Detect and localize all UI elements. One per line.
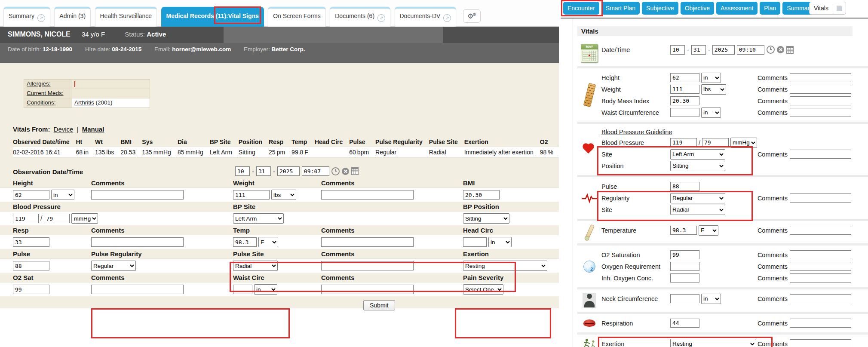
enc-pulse-input[interactable]	[670, 182, 699, 191]
enc-neck-comments-input[interactable]	[790, 294, 851, 303]
history-value-link[interactable]: Immediately after exertion	[464, 149, 534, 156]
enc-respiration-input[interactable]	[670, 319, 699, 328]
enc-waist-comments-input[interactable]	[790, 108, 851, 117]
history-cell[interactable]: Immediately after exertion	[464, 147, 540, 158]
encounter-tab[interactable]: Encounter	[563, 2, 599, 15]
pulse-site-select[interactable]: Radial	[233, 261, 278, 271]
history-cell[interactable]	[315, 147, 349, 158]
height-input[interactable]	[13, 190, 49, 200]
tab-admin[interactable]: Admin (3)	[54, 7, 91, 27]
history-cell[interactable]: Left Arm	[210, 147, 239, 158]
enc-bp-comments-input[interactable]	[790, 150, 851, 159]
tab-documents-dv[interactable]: Documents-DV	[395, 7, 457, 27]
history-value-link[interactable]: Radial	[429, 149, 446, 156]
tab-documents[interactable]: Documents (6)	[330, 7, 390, 27]
temp-comments-input[interactable]	[321, 237, 414, 247]
enc-month-input[interactable]	[670, 45, 685, 55]
history-cell[interactable]: 85mmHg	[178, 147, 210, 158]
settings-gear-icon[interactable]	[463, 9, 481, 23]
bp-site-select[interactable]: Left Arm	[233, 213, 284, 224]
enc-pulse-site-select[interactable]: Radial	[670, 205, 725, 215]
weight-comments-input[interactable]	[321, 190, 414, 200]
conditions-link[interactable]: Conditions:	[24, 98, 72, 107]
history-value-link[interactable]: Regular	[375, 149, 396, 156]
enc-bp-diastolic-input[interactable]	[702, 138, 729, 147]
save-icon[interactable]	[833, 6, 846, 11]
enc-bp-systolic-input[interactable]	[670, 138, 697, 147]
bp-guideline-link[interactable]: Blood Pressure Guideline	[601, 129, 756, 135]
tab-vital-signs-highlighted[interactable]: (11):Vital Signs	[216, 12, 259, 19]
enc-respiration-comments-input[interactable]	[790, 319, 851, 328]
height-comments-input[interactable]	[91, 190, 184, 200]
enc-bp-position-select[interactable]: Sitting	[670, 161, 725, 171]
enc-pulse-comments-input[interactable]	[790, 193, 851, 203]
encounter-tab[interactable]: Plan	[760, 2, 780, 15]
enc-bp-unit-select[interactable]: mmHg	[730, 138, 757, 148]
encounter-tab[interactable]: Subjective	[642, 2, 678, 15]
obs-day-input[interactable]	[256, 166, 271, 176]
enc-temp-comments-input[interactable]	[790, 226, 851, 235]
pain-severity-select[interactable]: Select One	[463, 284, 503, 295]
history-cell[interactable]: 68in	[76, 147, 95, 158]
bmi-input[interactable]	[463, 190, 500, 200]
vitals-from-device-link[interactable]: Device	[54, 126, 74, 133]
enc-oxygen-req-comments-input[interactable]	[790, 262, 851, 271]
history-cell[interactable]: Sitting	[239, 147, 269, 158]
history-value-link[interactable]: 68	[76, 149, 83, 156]
obs-year-input[interactable]	[277, 166, 300, 176]
tab-vitals-active[interactable]: Vitals	[809, 2, 846, 15]
enc-waist-input[interactable]	[670, 108, 699, 117]
condition-arthritis-link[interactable]: Arthritis	[74, 99, 94, 106]
history-value-link[interactable]: Left Arm	[210, 149, 232, 156]
history-cell[interactable]: 99.8F	[291, 147, 315, 158]
encounter-tab[interactable]: Smart Plan	[601, 2, 640, 15]
vitals-from-manual-link[interactable]: Manual	[82, 126, 104, 133]
encounter-tab[interactable]: Assessment	[716, 2, 758, 15]
popout-icon[interactable]	[443, 14, 451, 22]
enc-weight-unit-select[interactable]: lbs	[701, 84, 726, 95]
history-cell[interactable]: 135mmHg	[142, 147, 178, 158]
history-value-link[interactable]: 135	[95, 149, 105, 156]
head-circ-unit-select[interactable]: in	[488, 237, 512, 247]
clear-date-icon[interactable]	[342, 168, 349, 175]
waist-comments-input[interactable]	[321, 285, 414, 294]
enc-inh-oxygen-comments-input[interactable]	[790, 273, 851, 283]
allergies-link[interactable]: Allergies:	[24, 80, 72, 89]
enc-bmi-comments-input[interactable]	[790, 96, 851, 105]
temp-unit-select[interactable]: F	[258, 237, 278, 247]
history-cell[interactable]: 60bpm	[349, 147, 375, 158]
height-unit-select[interactable]: in	[51, 190, 74, 200]
history-cell[interactable]: 25pm	[269, 147, 291, 158]
history-cell[interactable]: Regular	[375, 147, 429, 158]
clock-icon[interactable]	[767, 46, 775, 54]
popout-icon[interactable]	[37, 14, 45, 22]
tab-on-screen-forms[interactable]: On Screen Forms	[268, 7, 325, 27]
history-value-link[interactable]: 60	[349, 149, 356, 156]
history-cell[interactable]: 20.53	[120, 147, 142, 158]
enc-neck-input[interactable]	[670, 294, 699, 303]
encounter-tab[interactable]: Objective	[681, 2, 714, 15]
enc-waist-unit-select[interactable]: in	[701, 107, 721, 118]
history-cell[interactable]: 98%	[540, 147, 559, 158]
pulse-regularity-select[interactable]: Regular	[91, 261, 136, 271]
pulse-input[interactable]	[13, 261, 49, 270]
temp-input[interactable]	[233, 237, 257, 247]
enc-exertion-comments-input[interactable]	[790, 339, 851, 347]
enc-time-input[interactable]	[737, 45, 764, 55]
enc-weight-input[interactable]	[670, 85, 699, 94]
enc-pulse-regularity-select[interactable]: Regular	[670, 193, 725, 203]
enc-temp-unit-select[interactable]: F	[699, 225, 718, 236]
o2-sat-input[interactable]	[13, 285, 49, 294]
enc-height-input[interactable]	[670, 73, 699, 82]
enc-o2-sat-comments-input[interactable]	[790, 250, 851, 259]
bp-position-select[interactable]: Sitting	[463, 213, 509, 224]
enc-exertion-select[interactable]: Resting	[670, 339, 756, 347]
bp-systolic-input[interactable]	[13, 214, 39, 223]
resp-comments-input[interactable]	[91, 237, 184, 247]
o2-comments-input[interactable]	[91, 285, 184, 294]
obs-time-input[interactable]	[302, 166, 329, 176]
calendar-icon[interactable]	[351, 167, 359, 175]
calendar-icon[interactable]	[786, 46, 794, 54]
tab-health-surveillance[interactable]: Health Surveillance	[95, 7, 157, 27]
clear-date-icon[interactable]	[777, 46, 784, 53]
